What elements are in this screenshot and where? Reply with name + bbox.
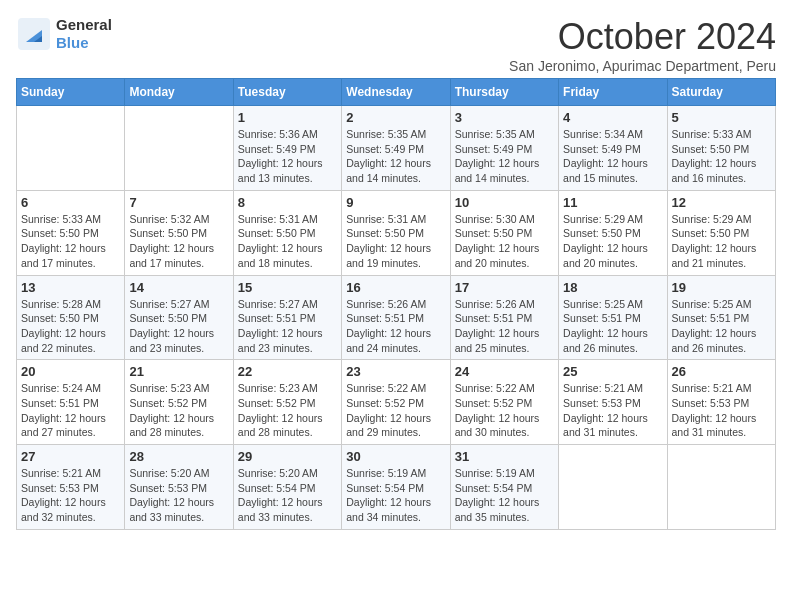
day-number: 3 [455, 110, 554, 125]
calendar-cell: 21Sunrise: 5:23 AMSunset: 5:52 PMDayligh… [125, 360, 233, 445]
calendar-cell: 15Sunrise: 5:27 AMSunset: 5:51 PMDayligh… [233, 275, 341, 360]
calendar-cell: 3Sunrise: 5:35 AMSunset: 5:49 PMDaylight… [450, 106, 558, 191]
calendar-cell: 6Sunrise: 5:33 AMSunset: 5:50 PMDaylight… [17, 190, 125, 275]
calendar-cell: 26Sunrise: 5:21 AMSunset: 5:53 PMDayligh… [667, 360, 775, 445]
title-area: October 2024 San Jeronimo, Apurimac Depa… [509, 16, 776, 74]
day-info: Sunrise: 5:27 AMSunset: 5:51 PMDaylight:… [238, 297, 337, 356]
day-number: 14 [129, 280, 228, 295]
day-number: 27 [21, 449, 120, 464]
day-number: 21 [129, 364, 228, 379]
calendar-week-row: 6Sunrise: 5:33 AMSunset: 5:50 PMDaylight… [17, 190, 776, 275]
day-info: Sunrise: 5:23 AMSunset: 5:52 PMDaylight:… [238, 381, 337, 440]
day-info: Sunrise: 5:22 AMSunset: 5:52 PMDaylight:… [346, 381, 445, 440]
day-info: Sunrise: 5:33 AMSunset: 5:50 PMDaylight:… [672, 127, 771, 186]
calendar-cell: 11Sunrise: 5:29 AMSunset: 5:50 PMDayligh… [559, 190, 667, 275]
day-number: 12 [672, 195, 771, 210]
day-info: Sunrise: 5:21 AMSunset: 5:53 PMDaylight:… [21, 466, 120, 525]
day-number: 4 [563, 110, 662, 125]
day-info: Sunrise: 5:21 AMSunset: 5:53 PMDaylight:… [563, 381, 662, 440]
calendar-cell: 24Sunrise: 5:22 AMSunset: 5:52 PMDayligh… [450, 360, 558, 445]
calendar-cell: 5Sunrise: 5:33 AMSunset: 5:50 PMDaylight… [667, 106, 775, 191]
day-info: Sunrise: 5:21 AMSunset: 5:53 PMDaylight:… [672, 381, 771, 440]
day-number: 19 [672, 280, 771, 295]
day-number: 13 [21, 280, 120, 295]
day-info: Sunrise: 5:34 AMSunset: 5:49 PMDaylight:… [563, 127, 662, 186]
calendar-cell: 17Sunrise: 5:26 AMSunset: 5:51 PMDayligh… [450, 275, 558, 360]
calendar-cell: 22Sunrise: 5:23 AMSunset: 5:52 PMDayligh… [233, 360, 341, 445]
logo-general-text: General [56, 16, 112, 33]
calendar-cell: 25Sunrise: 5:21 AMSunset: 5:53 PMDayligh… [559, 360, 667, 445]
day-info: Sunrise: 5:19 AMSunset: 5:54 PMDaylight:… [346, 466, 445, 525]
calendar-cell: 23Sunrise: 5:22 AMSunset: 5:52 PMDayligh… [342, 360, 450, 445]
day-info: Sunrise: 5:28 AMSunset: 5:50 PMDaylight:… [21, 297, 120, 356]
day-number: 29 [238, 449, 337, 464]
calendar-cell [17, 106, 125, 191]
day-number: 17 [455, 280, 554, 295]
weekday-header: Monday [125, 79, 233, 106]
calendar-cell: 10Sunrise: 5:30 AMSunset: 5:50 PMDayligh… [450, 190, 558, 275]
day-info: Sunrise: 5:24 AMSunset: 5:51 PMDaylight:… [21, 381, 120, 440]
calendar-cell: 4Sunrise: 5:34 AMSunset: 5:49 PMDaylight… [559, 106, 667, 191]
weekday-header: Thursday [450, 79, 558, 106]
day-number: 2 [346, 110, 445, 125]
logo-icon [16, 16, 52, 52]
day-info: Sunrise: 5:22 AMSunset: 5:52 PMDaylight:… [455, 381, 554, 440]
calendar-cell: 19Sunrise: 5:25 AMSunset: 5:51 PMDayligh… [667, 275, 775, 360]
weekday-header-row: SundayMondayTuesdayWednesdayThursdayFrid… [17, 79, 776, 106]
logo-blue-text: Blue [56, 34, 89, 51]
day-info: Sunrise: 5:27 AMSunset: 5:50 PMDaylight:… [129, 297, 228, 356]
day-number: 18 [563, 280, 662, 295]
calendar-cell: 31Sunrise: 5:19 AMSunset: 5:54 PMDayligh… [450, 445, 558, 530]
weekday-header: Saturday [667, 79, 775, 106]
day-number: 28 [129, 449, 228, 464]
day-number: 1 [238, 110, 337, 125]
day-info: Sunrise: 5:25 AMSunset: 5:51 PMDaylight:… [563, 297, 662, 356]
calendar-week-row: 1Sunrise: 5:36 AMSunset: 5:49 PMDaylight… [17, 106, 776, 191]
day-number: 10 [455, 195, 554, 210]
calendar-cell: 14Sunrise: 5:27 AMSunset: 5:50 PMDayligh… [125, 275, 233, 360]
day-number: 22 [238, 364, 337, 379]
day-number: 26 [672, 364, 771, 379]
calendar-cell: 2Sunrise: 5:35 AMSunset: 5:49 PMDaylight… [342, 106, 450, 191]
calendar-cell [667, 445, 775, 530]
day-info: Sunrise: 5:25 AMSunset: 5:51 PMDaylight:… [672, 297, 771, 356]
header-area: General Blue October 2024 San Jeronimo, … [16, 16, 776, 74]
location-subtitle: San Jeronimo, Apurimac Department, Peru [509, 58, 776, 74]
month-title: October 2024 [509, 16, 776, 58]
day-info: Sunrise: 5:35 AMSunset: 5:49 PMDaylight:… [346, 127, 445, 186]
day-info: Sunrise: 5:31 AMSunset: 5:50 PMDaylight:… [238, 212, 337, 271]
day-info: Sunrise: 5:20 AMSunset: 5:53 PMDaylight:… [129, 466, 228, 525]
calendar-cell: 12Sunrise: 5:29 AMSunset: 5:50 PMDayligh… [667, 190, 775, 275]
day-number: 16 [346, 280, 445, 295]
day-info: Sunrise: 5:23 AMSunset: 5:52 PMDaylight:… [129, 381, 228, 440]
calendar-cell: 13Sunrise: 5:28 AMSunset: 5:50 PMDayligh… [17, 275, 125, 360]
day-info: Sunrise: 5:26 AMSunset: 5:51 PMDaylight:… [455, 297, 554, 356]
day-number: 15 [238, 280, 337, 295]
weekday-header: Sunday [17, 79, 125, 106]
calendar-week-row: 13Sunrise: 5:28 AMSunset: 5:50 PMDayligh… [17, 275, 776, 360]
day-number: 6 [21, 195, 120, 210]
day-info: Sunrise: 5:29 AMSunset: 5:50 PMDaylight:… [672, 212, 771, 271]
calendar-cell: 20Sunrise: 5:24 AMSunset: 5:51 PMDayligh… [17, 360, 125, 445]
calendar-cell: 27Sunrise: 5:21 AMSunset: 5:53 PMDayligh… [17, 445, 125, 530]
calendar-week-row: 27Sunrise: 5:21 AMSunset: 5:53 PMDayligh… [17, 445, 776, 530]
weekday-header: Tuesday [233, 79, 341, 106]
day-info: Sunrise: 5:29 AMSunset: 5:50 PMDaylight:… [563, 212, 662, 271]
calendar-cell: 7Sunrise: 5:32 AMSunset: 5:50 PMDaylight… [125, 190, 233, 275]
calendar-cell: 29Sunrise: 5:20 AMSunset: 5:54 PMDayligh… [233, 445, 341, 530]
svg-rect-0 [18, 18, 50, 50]
day-number: 25 [563, 364, 662, 379]
day-info: Sunrise: 5:26 AMSunset: 5:51 PMDaylight:… [346, 297, 445, 356]
calendar-table: SundayMondayTuesdayWednesdayThursdayFrid… [16, 78, 776, 530]
day-info: Sunrise: 5:20 AMSunset: 5:54 PMDaylight:… [238, 466, 337, 525]
weekday-header: Wednesday [342, 79, 450, 106]
day-info: Sunrise: 5:33 AMSunset: 5:50 PMDaylight:… [21, 212, 120, 271]
day-info: Sunrise: 5:32 AMSunset: 5:50 PMDaylight:… [129, 212, 228, 271]
day-info: Sunrise: 5:19 AMSunset: 5:54 PMDaylight:… [455, 466, 554, 525]
calendar-cell: 16Sunrise: 5:26 AMSunset: 5:51 PMDayligh… [342, 275, 450, 360]
calendar-cell [559, 445, 667, 530]
weekday-header: Friday [559, 79, 667, 106]
day-number: 23 [346, 364, 445, 379]
logo: General Blue [16, 16, 112, 52]
day-info: Sunrise: 5:35 AMSunset: 5:49 PMDaylight:… [455, 127, 554, 186]
